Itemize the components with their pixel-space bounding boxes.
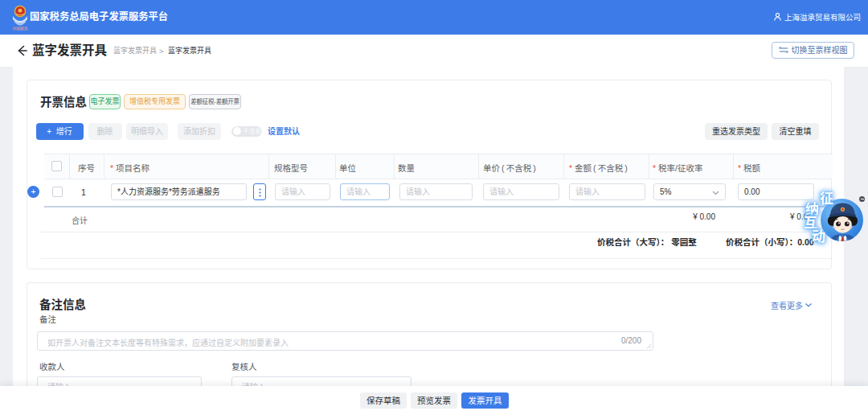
svg-text:中国税务: 中国税务: [12, 25, 27, 31]
